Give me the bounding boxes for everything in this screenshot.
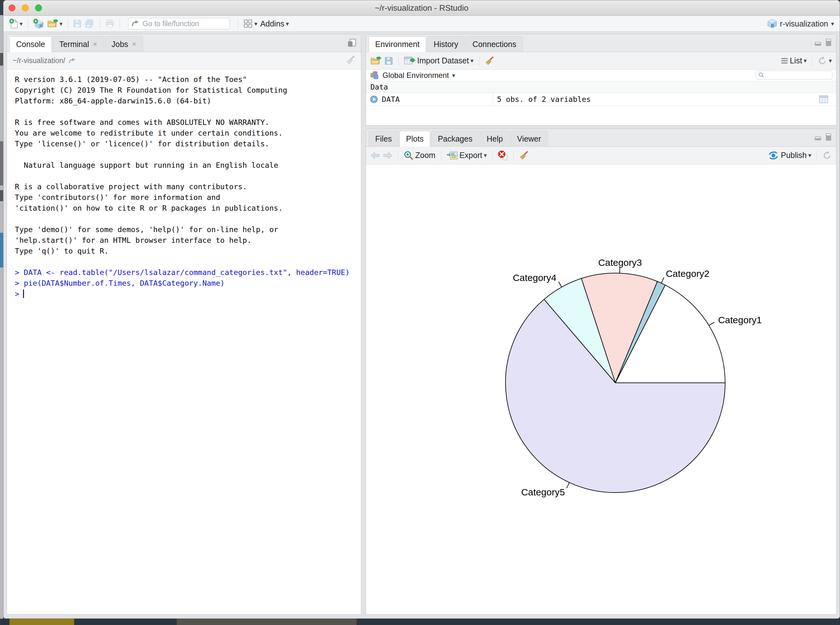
- tab-connections[interactable]: Connections: [466, 36, 523, 52]
- console-line: [15, 257, 358, 267]
- console-line: [15, 106, 358, 117]
- zoom-window-button[interactable]: [35, 5, 42, 11]
- refresh-plot-icon[interactable]: [822, 151, 832, 160]
- expand-object-play-icon[interactable]: [370, 95, 378, 103]
- save-all-button[interactable]: [84, 19, 95, 28]
- close-window-button[interactable]: [9, 5, 16, 11]
- minimize-pane-icon[interactable]: [814, 38, 822, 47]
- maximize-pane-icon[interactable]: [826, 38, 832, 47]
- environment-scope-row: Global Environment ▾: [366, 70, 836, 81]
- tab-viewer[interactable]: Viewer: [511, 131, 548, 146]
- rstudio-window: ~/r-visualization - RStudio ▾ R ▾: [3, 0, 840, 619]
- tab-packages[interactable]: Packages: [431, 131, 479, 146]
- tab-files[interactable]: Files: [369, 131, 399, 146]
- tab-plots[interactable]: Plots: [399, 131, 430, 147]
- tab-environment[interactable]: Environment: [369, 36, 426, 52]
- svg-text:R: R: [771, 23, 774, 28]
- new-project-button[interactable]: R: [33, 19, 45, 29]
- list-icon: [781, 57, 788, 65]
- close-icon[interactable]: ×: [132, 40, 136, 48]
- clear-all-plots-broom-icon[interactable]: [519, 151, 528, 160]
- console-line: [15, 149, 358, 160]
- window-title: ~/r-visualization - RStudio: [375, 3, 469, 13]
- minimize-window-button[interactable]: [22, 5, 29, 11]
- project-menu-button[interactable]: R r-visualization ▾: [767, 19, 834, 29]
- pie-slice-label: Category4: [513, 272, 556, 283]
- pie-label-tick: [558, 281, 562, 287]
- refresh-environment-button[interactable]: ▾: [818, 56, 832, 65]
- desktop-background: [0, 618, 840, 625]
- console-line: >: [15, 289, 358, 299]
- list-view-button[interactable]: List ▾: [781, 56, 807, 65]
- goto-arrow-icon: [132, 20, 139, 28]
- save-workspace-icon[interactable]: [384, 56, 393, 65]
- text-cursor: [23, 289, 24, 298]
- environment-object-list: DATA 5 obs. of 2 variables: [366, 93, 836, 106]
- console-line: Type 'demo()' for some demos, 'help()' f…: [15, 224, 358, 235]
- environment-scope-selector[interactable]: Global Environment: [382, 71, 449, 80]
- addins-label: Addins: [260, 19, 284, 28]
- publish-button[interactable]: Publish ▾: [768, 151, 811, 160]
- environment-search-input[interactable]: [766, 71, 829, 79]
- pie-slice-label: Category3: [598, 257, 642, 268]
- import-dataset-button[interactable]: Import Dataset ▾: [404, 56, 474, 65]
- caret-down-icon: ▾: [808, 152, 811, 158]
- tab-jobs[interactable]: Jobs ×: [105, 36, 143, 52]
- plots-tabbar: Files Plots Packages Help Viewer: [366, 129, 836, 147]
- toolbar-divider: [479, 56, 479, 66]
- zoom-plot-button[interactable]: Zoom: [404, 151, 435, 160]
- publish-label: Publish: [781, 151, 807, 160]
- pie-slice-label: Category5: [521, 487, 565, 497]
- close-icon[interactable]: ×: [93, 40, 97, 48]
- zoom-magnifier-icon: [404, 151, 414, 160]
- addins-button[interactable]: Addins ▾: [260, 19, 289, 28]
- toolbar-divider: [100, 19, 100, 29]
- print-button[interactable]: [105, 19, 115, 28]
- panes-layout-button[interactable]: ▾: [243, 19, 257, 28]
- import-dataset-icon: [404, 56, 416, 65]
- plots-pane: Files Plots Packages Help Viewer Zoom: [366, 129, 837, 614]
- zoom-label: Zoom: [415, 151, 435, 160]
- tab-history[interactable]: History: [427, 36, 465, 52]
- minimize-pane-icon[interactable]: [814, 133, 822, 141]
- view-table-icon[interactable]: [819, 96, 828, 103]
- export-plot-button[interactable]: Export ▾: [447, 151, 487, 160]
- next-plot-arrow-icon[interactable]: [383, 152, 393, 159]
- maximize-pane-icon[interactable]: [826, 133, 832, 141]
- caret-down-icon: ▾: [831, 21, 834, 27]
- load-workspace-folder-icon[interactable]: [371, 56, 381, 65]
- clear-console-broom-icon[interactable]: [346, 55, 355, 65]
- open-in-window-arrow-icon[interactable]: [69, 58, 76, 64]
- save-button[interactable]: [73, 19, 82, 28]
- pie-label-tick: [709, 322, 714, 325]
- save-all-icon: [84, 19, 95, 28]
- publish-icon: [768, 151, 779, 160]
- goto-file-input[interactable]: [142, 19, 226, 28]
- caret-down-icon: ▾: [829, 58, 832, 64]
- import-dataset-label: Import Dataset: [417, 56, 469, 65]
- toolbar-divider: [28, 19, 28, 29]
- clear-environment-broom-icon[interactable]: [485, 56, 494, 65]
- console-line: Type 'q()' to quit R.: [15, 246, 358, 257]
- console-output[interactable]: R version 3.6.1 (2019-07-05) -- "Action …: [7, 70, 361, 614]
- toolbar-divider: [817, 151, 817, 160]
- tab-help[interactable]: Help: [480, 131, 509, 146]
- goto-file-box[interactable]: [128, 18, 230, 30]
- environment-object-row[interactable]: DATA 5 obs. of 2 variables: [366, 93, 836, 106]
- main-toolbar: ▾ R ▾ ▾ Addins ▾: [3, 16, 840, 32]
- console-line: [15, 213, 358, 224]
- caret-down-icon: ▾: [20, 21, 23, 27]
- console-line: > DATA <- read.table("/Users/lsalazar/co…: [15, 267, 358, 278]
- open-file-button[interactable]: ▾: [47, 19, 63, 28]
- console-line: You are welcome to redistribute it under…: [15, 128, 358, 138]
- new-file-button[interactable]: ▾: [9, 19, 23, 29]
- console-line: R is a collaborative project with many c…: [15, 181, 358, 192]
- maximize-pane-icon[interactable]: [347, 38, 357, 48]
- previous-plot-arrow-icon[interactable]: [371, 152, 380, 159]
- console-line: R is free software and comes with ABSOLU…: [15, 117, 358, 128]
- environment-toolbar: Import Dataset ▾ List ▾ ▾: [366, 52, 836, 70]
- environment-search-box[interactable]: [756, 71, 832, 79]
- tab-console[interactable]: Console: [9, 36, 52, 52]
- tab-terminal[interactable]: Terminal ×: [53, 36, 104, 52]
- remove-plot-icon[interactable]: [498, 151, 508, 160]
